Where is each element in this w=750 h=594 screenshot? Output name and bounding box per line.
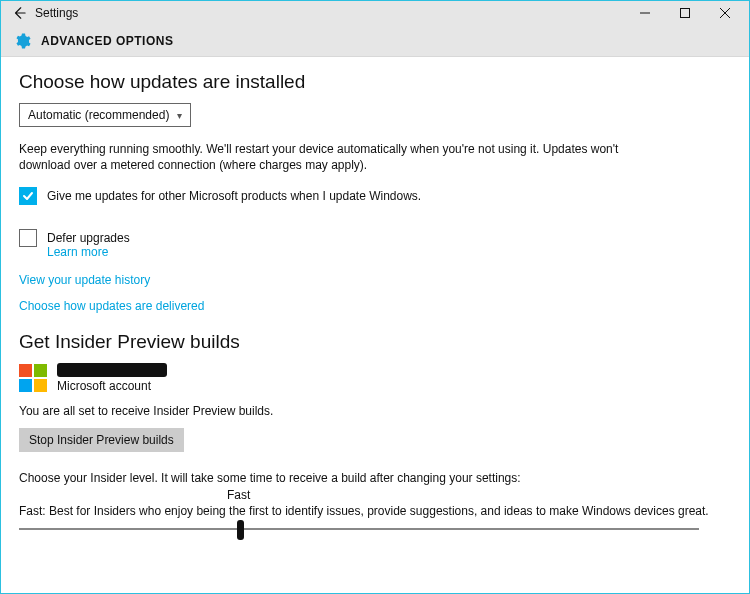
link-update-history[interactable]: View your update history [19,273,150,287]
account-email-redacted [57,363,167,377]
link-updates-delivered[interactable]: Choose how updates are delivered [19,299,204,313]
close-icon [720,8,730,18]
updates-description: Keep everything running smoothly. We'll … [19,141,659,173]
slider-thumb[interactable] [237,520,244,540]
updates-heading: Choose how updates are installed [19,71,731,93]
install-mode-dropdown[interactable]: Automatic (recommended) ▾ [19,103,191,127]
link-learn-more[interactable]: Learn more [47,245,108,259]
checkmark-icon [22,190,34,202]
checkbox-row-other-products: Give me updates for other Microsoft prod… [19,187,731,205]
insider-heading: Get Insider Preview builds [19,331,731,353]
maximize-button[interactable] [665,1,705,25]
account-info: Microsoft account [19,363,731,393]
insider-level-intro: Choose your Insider level. It will take … [19,470,659,486]
checkbox-other-products[interactable] [19,187,37,205]
slider-description: Fast: Best for Insiders who enjoy being … [19,492,731,518]
stop-insider-button[interactable]: Stop Insider Preview builds [19,428,184,452]
back-button[interactable] [9,3,29,23]
arrow-left-icon [12,6,26,20]
checkbox-defer-label: Defer upgrades [47,231,130,245]
insider-level-slider[interactable] [19,528,699,530]
minimize-icon [640,8,650,18]
window-title: Settings [35,6,78,20]
header-ribbon: ADVANCED OPTIONS [1,25,749,57]
dropdown-value: Automatic (recommended) [28,108,169,122]
insider-level-slider-wrap: Fast Fast: Best for Insiders who enjoy b… [19,492,731,530]
windows-logo-icon [19,364,47,392]
svg-rect-1 [681,9,690,18]
close-button[interactable] [705,1,745,25]
maximize-icon [680,8,690,18]
checkbox-other-products-label: Give me updates for other Microsoft prod… [47,189,421,203]
title-bar: Settings [1,1,749,25]
window-controls [625,1,745,25]
account-type: Microsoft account [57,379,167,393]
page-title: ADVANCED OPTIONS [41,34,173,48]
content-area: Choose how updates are installed Automat… [1,57,749,593]
insider-ready-text: You are all set to receive Insider Previ… [19,403,659,419]
checkbox-defer[interactable] [19,229,37,247]
gear-icon [13,32,31,50]
slider-value-label: Fast [227,488,250,502]
minimize-button[interactable] [625,1,665,25]
chevron-down-icon: ▾ [177,110,182,121]
